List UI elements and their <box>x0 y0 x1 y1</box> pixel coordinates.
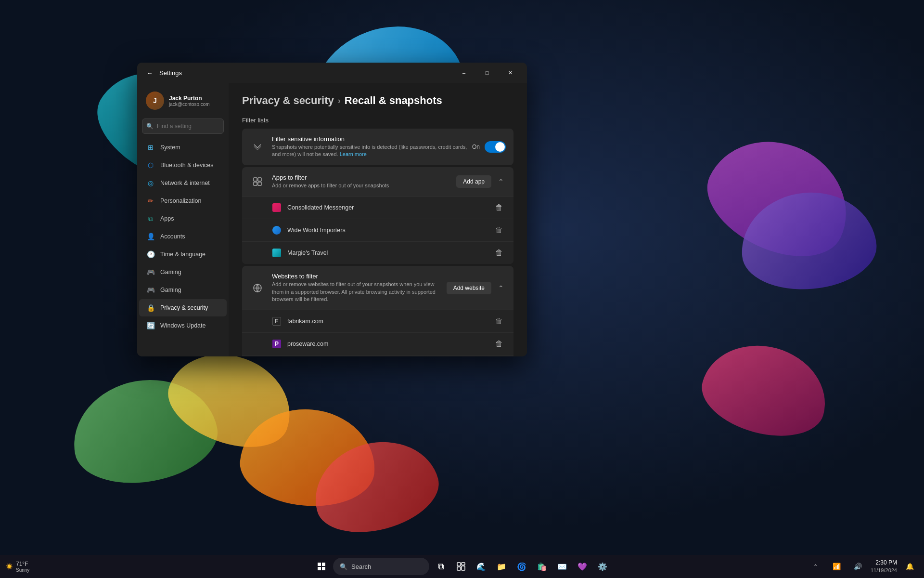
sidebar-item-accounts[interactable]: 👤 Accounts <box>139 228 227 245</box>
apps-to-filter-row: Apps to filter Add or remove apps to fil… <box>242 167 513 197</box>
delete-fabrikam-button[interactable]: 🗑 <box>492 315 506 328</box>
main-content: Privacy & security › Recall & snapshots … <box>229 83 527 356</box>
close-button[interactable]: ✕ <box>499 65 521 80</box>
edge-button[interactable]: 🌊 <box>473 558 490 575</box>
taskbar-right: ⌃ 📶 🔊 2:30 PM 11/19/2024 🔔 <box>807 558 918 575</box>
sidebar-item-time[interactable]: 🕐 Time & language <box>139 246 227 263</box>
websites-to-filter-card: Websites to filter Add or remove website… <box>242 266 513 356</box>
svg-rect-0 <box>254 178 257 181</box>
sidebar-item-update[interactable]: 🔄 Windows Update <box>139 317 227 334</box>
taskbar-left: ☀️ 71°F Sunny <box>6 561 34 573</box>
avatar: J <box>146 92 164 110</box>
accounts-icon: 👤 <box>146 232 155 241</box>
delete-proseware-button[interactable]: 🗑 <box>492 338 506 350</box>
filter-sensitive-control: On <box>468 141 506 153</box>
copilot-button[interactable]: 🌀 <box>513 558 530 575</box>
sidebar-item-personalization[interactable]: ✏ Personalization <box>139 192 227 210</box>
search-icon: 🔍 <box>146 123 154 130</box>
title-bar: ← Settings – □ ✕ <box>137 63 527 83</box>
taskbar: ☀️ 71°F Sunny 🔍 Search ⧉ <box>0 555 924 578</box>
proseware-icon: P <box>272 339 282 349</box>
delete-margies-button[interactable]: 🗑 <box>492 247 506 259</box>
wallpaper-petal-pink <box>693 332 837 448</box>
app-name-wide-world: Wide World Importers <box>287 227 492 234</box>
filter-sensitive-desc: Snapshots where potentially sensitive in… <box>272 144 468 158</box>
user-email: jack@contoso.com <box>169 102 210 107</box>
settings-taskbar-button[interactable]: ⚙️ <box>594 558 611 575</box>
breadcrumb-parent[interactable]: Privacy & security <box>242 94 334 107</box>
clock-time: 2:30 PM <box>871 559 897 567</box>
widgets-button[interactable] <box>452 558 470 575</box>
svg-rect-7 <box>322 563 325 566</box>
websites-chevron-up[interactable]: ⌃ <box>496 282 506 294</box>
breadcrumb-current: Recall & snapshots <box>345 94 442 107</box>
volume-icon[interactable]: 🔊 <box>849 558 867 575</box>
teams-button[interactable]: 💜 <box>574 558 591 575</box>
taskview-button[interactable]: ⧉ <box>432 558 449 575</box>
system-icon: ⊞ <box>146 143 155 152</box>
bluetooth-icon: ⬡ <box>146 160 155 170</box>
svg-rect-1 <box>258 178 261 181</box>
notification-chevron[interactable]: ⌃ <box>807 558 824 575</box>
taskbar-search-icon: 🔍 <box>340 563 347 570</box>
personalization-icon: ✏ <box>146 196 155 206</box>
list-item: T treyresearch.net 🗑 <box>242 355 513 356</box>
sidebar-item-apps[interactable]: ⧉ Apps <box>139 210 227 227</box>
taskbar-search[interactable]: 🔍 Search <box>333 558 429 575</box>
add-app-button[interactable]: Add app <box>456 175 491 188</box>
svg-rect-11 <box>462 563 465 565</box>
sidebar-item-network[interactable]: ◎ Network & internet <box>139 174 227 192</box>
add-website-button[interactable]: Add website <box>447 282 491 294</box>
websites-to-filter-desc: Add or remove websites to filter out of … <box>272 281 447 303</box>
section-label: Filter lists <box>242 117 513 124</box>
sidebar-item-gaming[interactable]: 🎮 Gaming <box>139 263 227 281</box>
websites-to-filter-row: Websites to filter Add or remove website… <box>242 266 513 310</box>
svg-rect-10 <box>457 563 461 566</box>
weather-info: 71°F Sunny <box>16 561 29 573</box>
weather-widget[interactable]: ☀️ 71°F Sunny <box>6 561 29 573</box>
sidebar-item-system[interactable]: ⊞ System <box>139 139 227 156</box>
svg-rect-13 <box>462 566 465 570</box>
search-input[interactable] <box>142 118 224 134</box>
files-button[interactable]: 📁 <box>493 558 510 575</box>
delete-wide-world-button[interactable]: 🗑 <box>492 224 506 236</box>
fabrikam-icon: F <box>272 316 282 326</box>
filter-sensitive-toggle[interactable] <box>485 141 506 153</box>
delete-consolidated-button[interactable]: 🗑 <box>492 201 506 214</box>
breadcrumb-separator: › <box>338 96 341 106</box>
filter-sensitive-icon <box>250 139 265 155</box>
svg-rect-12 <box>457 567 461 570</box>
network-icon-taskbar[interactable]: 📶 <box>828 558 846 575</box>
list-item: Wide World Importers 🗑 <box>242 219 513 242</box>
weather-icon: ☀️ <box>6 563 13 570</box>
svg-rect-9 <box>322 567 325 570</box>
settings-window: ← Settings – □ ✕ J Jack Purton jack@cont… <box>137 63 527 356</box>
sidebar-item-privacy[interactable]: 🔒 Privacy & security <box>139 299 227 316</box>
list-item: Consolidated Messenger 🗑 <box>242 197 513 219</box>
apps-icon: ⧉ <box>146 214 155 223</box>
apps-to-filter-title: Apps to filter <box>272 174 456 181</box>
user-profile[interactable]: J Jack Purton jack@contoso.com <box>139 87 227 115</box>
privacy-icon: 🔒 <box>146 303 155 313</box>
website-fabrikam: fabrikam.com <box>287 318 492 325</box>
time-display[interactable]: 2:30 PM 11/19/2024 <box>871 559 897 574</box>
back-button[interactable]: ← <box>143 66 156 79</box>
sidebar-item-gaming2[interactable]: 🎮 Gaming <box>139 281 227 299</box>
toggle-thumb <box>495 142 505 152</box>
minimize-button[interactable]: – <box>453 65 475 80</box>
apps-list: Consolidated Messenger 🗑 Wide World Impo… <box>242 197 513 264</box>
consolidated-messenger-icon <box>272 203 282 212</box>
maximize-button[interactable]: □ <box>476 65 498 80</box>
websites-to-filter-info: Websites to filter Add or remove website… <box>272 273 447 303</box>
start-button[interactable] <box>313 558 330 575</box>
apps-to-filter-desc: Add or remove apps to filter out of your… <box>272 182 456 189</box>
apps-chevron-up[interactable]: ⌃ <box>496 176 506 187</box>
update-icon: 🔄 <box>146 321 155 330</box>
notification-bell[interactable]: 🔔 <box>901 558 918 575</box>
mail-button[interactable]: ✉️ <box>553 558 571 575</box>
sidebar-item-bluetooth[interactable]: ⬡ Bluetooth & devices <box>139 157 227 174</box>
filter-sensitive-learn-more[interactable]: Learn more <box>340 151 367 157</box>
websites-to-filter-control: Add website ⌃ <box>447 282 506 294</box>
clock-date: 11/19/2024 <box>871 567 897 574</box>
store-button[interactable]: 🛍️ <box>533 558 551 575</box>
